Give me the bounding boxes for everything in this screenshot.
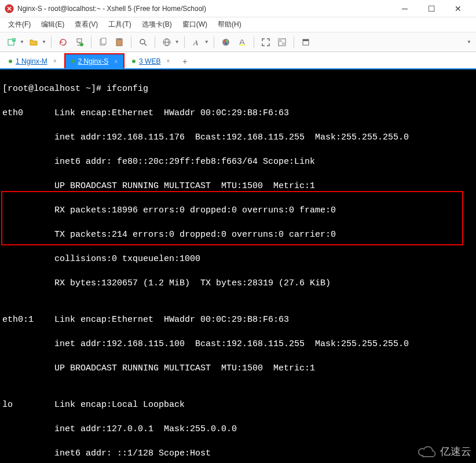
menu-tools[interactable]: 工具(T) [106,19,133,31]
tab-label: 2 Nginx-S [78,57,109,65]
separator [254,36,254,48]
globe-icon[interactable] [160,35,174,49]
status-dot-icon [71,60,75,63]
menu-window[interactable]: 窗口(W) [180,19,210,31]
close-button[interactable]: ✕ [445,0,471,17]
svg-rect-9 [118,38,121,40]
terminal-line: TX packets:214 errors:0 dropped:0 overru… [2,229,474,241]
svg-rect-20 [279,39,282,42]
svg-point-10 [140,39,145,44]
terminal-line: UP BROADCAST RUNNING MULTICAST MTU:1500 … [2,180,474,192]
separator [155,36,155,48]
tab-nginx-s[interactable]: 2 Nginx-S × [64,53,125,68]
separator [131,36,131,48]
tabbar: 1 Nginx-M × 2 Nginx-S × 3 WEB × + [0,52,476,69]
status-dot-icon [9,60,12,63]
menu-help[interactable]: 帮助(H) [215,19,244,31]
svg-point-17 [225,42,226,44]
plus-icon: + [182,57,187,66]
terminal-line: RX packets:18996 errors:0 dropped:0 over… [2,204,474,216]
terminal-line: collisions:0 txqueuelen:1000 [2,253,474,265]
svg-rect-7 [101,38,106,44]
terminal-line: inet6 addr: ::1/128 Scope:Host [2,447,474,460]
terminal-line: [root@localhost ~]# ifconfig [2,83,474,95]
transparency-icon[interactable] [275,35,289,49]
window-title: Nginx-S - root@localhost:~ - Xshell 5 (F… [17,5,391,13]
svg-point-15 [224,40,225,42]
dropdown-icon[interactable]: ▼ [175,39,180,45]
open-icon[interactable] [27,35,41,49]
svg-rect-4 [77,39,82,42]
svg-rect-21 [282,42,285,46]
tab-add-button[interactable]: + [177,53,192,68]
terminal-line: inet addr:192.168.115.100 Bcast:192.168.… [2,338,474,350]
disconnect-icon[interactable] [72,35,86,49]
menu-edit[interactable]: 编辑(E) [39,19,67,31]
status-dot-icon [132,60,136,63]
svg-rect-18 [239,45,245,46]
dropdown-icon[interactable]: ▼ [204,39,209,45]
svg-text:A: A [193,38,198,47]
window-controls: ─ ☐ ✕ [391,0,471,17]
menu-view[interactable]: 查看(V) [72,19,100,31]
separator [294,36,294,48]
svg-point-5 [80,43,83,46]
terminal-line: UP BROADCAST RUNNING MULTICAST MTU:1500 … [2,362,474,374]
watermark: 亿速云 [417,444,471,458]
tab-label: 3 WEB [139,57,160,65]
color-scheme-icon[interactable] [219,35,233,49]
svg-point-16 [226,40,228,42]
terminal-line: lo Link encap:Local Loopback [2,399,474,411]
watermark-text: 亿速云 [440,444,471,458]
terminal-line: eth0 Link encap:Ethernet HWaddr 00:0C:29… [2,107,474,119]
new-session-icon[interactable]: + [5,35,19,49]
separator [214,36,214,48]
menubar: 文件(F) 编辑(E) 查看(V) 工具(T) 选项卡(B) 窗口(W) 帮助(… [0,17,476,32]
reconnect-icon[interactable] [56,35,70,49]
dropdown-icon[interactable]: ▼ [42,39,46,45]
close-icon[interactable]: × [53,58,57,64]
terminal-line: eth0:1 Link encap:Ethernet HWaddr 00:0C:… [2,314,474,326]
tab-nginx-m[interactable]: 1 Nginx-M × [2,53,63,68]
font-icon[interactable]: A [189,35,203,49]
fullscreen-icon[interactable] [259,35,273,49]
app-icon [5,4,14,13]
maximize-button[interactable]: ☐ [418,0,445,17]
tab-label: 1 Nginx-M [16,57,47,65]
tab-web[interactable]: 3 WEB × [126,53,176,68]
dropdown-icon[interactable]: ▼ [20,39,24,45]
separator [91,36,91,48]
titlebar: Nginx-S - root@localhost:~ - Xshell 5 (F… [0,0,476,17]
menu-file[interactable]: 文件(F) [6,19,33,31]
terminal-line: inet6 addr: fe80::20c:29ff:feb8:f663/64 … [2,156,474,168]
menu-tabs[interactable]: 选项卡(B) [140,19,174,31]
toolbar-overflow-icon[interactable]: ▼ [467,39,471,45]
terminal-line: RX bytes:1320657 (1.2 MiB) TX bytes:2831… [2,277,474,289]
terminal[interactable]: [root@localhost ~]# ifconfig eth0 Link e… [0,69,476,463]
close-icon[interactable]: × [114,58,118,65]
terminal-line: inet addr:192.168.115.176 Bcast:192.168.… [2,131,474,144]
close-icon[interactable]: × [166,58,170,64]
highlight-icon[interactable] [235,35,249,49]
svg-text:+: + [13,38,15,42]
copy-icon[interactable] [96,35,110,49]
minimize-button[interactable]: ─ [391,0,418,17]
terminal-line: inet addr:127.0.0.1 Mask:255.0.0.0 [2,423,474,435]
separator [184,36,185,48]
cloud-icon [417,445,437,458]
ontop-icon[interactable] [299,35,313,49]
svg-rect-23 [303,39,309,41]
separator [51,36,52,48]
svg-point-14 [222,39,229,46]
toolbar: + ▼ ▼ ▼ A ▼ ▼ [0,32,476,52]
paste-icon[interactable] [112,35,126,49]
find-icon[interactable] [136,35,150,49]
